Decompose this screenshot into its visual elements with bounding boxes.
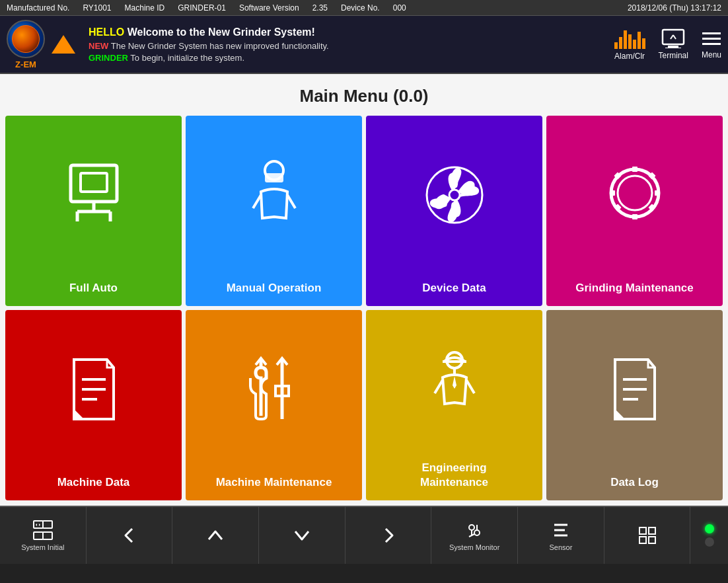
status-dots — [690, 507, 728, 564]
back-button[interactable] — [87, 507, 173, 564]
header-msg3: GRINDER To begin, initialize the system. — [89, 53, 608, 63]
svg-rect-1 — [668, 46, 678, 48]
svg-point-45 — [474, 530, 480, 535]
device-label: Device No. — [341, 3, 380, 13]
svg-rect-0 — [663, 30, 684, 44]
svg-rect-51 — [639, 527, 646, 534]
new-tag: NEW — [89, 41, 108, 51]
svg-rect-41 — [43, 521, 52, 528]
header-msg1: HELLO Welcome to the New Grinder System! — [89, 26, 608, 38]
tile-manual-operation[interactable]: Manual Operation — [186, 116, 362, 306]
alarm-button[interactable]: Alam/Clr — [614, 28, 645, 61]
up-button[interactable] — [172, 507, 259, 564]
forward-icon — [378, 525, 399, 546]
svg-rect-42 — [34, 532, 43, 539]
layout-button[interactable] — [604, 507, 691, 564]
system-monitor-icon — [464, 520, 485, 541]
header-messages: HELLO Welcome to the New Grinder System!… — [82, 26, 608, 63]
svg-line-34 — [435, 380, 443, 393]
data-log-icon — [546, 310, 723, 475]
sensor-label: Sensor — [549, 543, 572, 551]
tile-grinding-maintenance[interactable]: Grinding Maintenance — [546, 116, 723, 306]
system-monitor-label: System Monitor — [449, 543, 499, 551]
machine-id-value: GRINDER-01 — [178, 3, 226, 13]
svg-rect-22 — [655, 190, 660, 196]
tile-machine-maintenance[interactable]: Machine Maintenance — [186, 310, 362, 500]
back-icon — [119, 525, 140, 546]
up-icon — [205, 525, 226, 546]
hello-tag: HELLO — [89, 26, 124, 38]
sensor-button[interactable]: Sensor — [518, 507, 604, 564]
svg-rect-20 — [632, 214, 637, 219]
software-label: Software Version — [239, 3, 299, 13]
tile-grinding-label: Grinding Maintenance — [575, 281, 694, 295]
system-initial-icon — [32, 520, 54, 541]
sensor-icon — [550, 520, 571, 541]
down-icon — [291, 525, 312, 546]
system-monitor-button[interactable]: System Monitor — [431, 507, 518, 564]
svg-rect-21 — [610, 190, 615, 196]
logo-wrap: Z-EM — [7, 20, 45, 69]
tile-engineering-label: Engineering Maintenance — [420, 461, 488, 490]
device-value: 000 — [393, 3, 406, 13]
layout-icon — [637, 525, 658, 546]
logo — [7, 20, 45, 58]
svg-rect-6 — [81, 173, 107, 192]
logo-label: Z-EM — [15, 59, 36, 69]
manufactured-value: RY1001 — [83, 3, 111, 13]
svg-rect-53 — [639, 537, 646, 543]
tile-machine-maint-label: Machine Maintenance — [216, 475, 332, 490]
terminal-button[interactable]: Terminal — [659, 28, 688, 60]
svg-rect-2 — [665, 48, 681, 48]
system-initial-button[interactable]: System Initial — [0, 507, 87, 564]
svg-point-44 — [469, 525, 474, 530]
terminal-label: Terminal — [659, 51, 688, 60]
tile-data-log-label: Data Log — [610, 475, 659, 490]
terminal-icon — [661, 28, 685, 48]
up-arrow-icon — [52, 35, 75, 54]
logo-inner — [12, 25, 40, 53]
status-bar: Manufactured No. RY1001 Machine ID GRIND… — [0, 0, 728, 16]
toolbar: System Initial System Monitor — [0, 506, 728, 564]
engineering-icon — [366, 310, 542, 461]
machine-data-icon — [5, 310, 182, 475]
page-title: Main Menu (0.0) — [0, 74, 728, 116]
svg-line-14 — [287, 195, 295, 208]
tile-manual-label: Manual Operation — [227, 281, 322, 295]
tile-device-data[interactable]: Device Data — [366, 116, 542, 306]
svg-rect-5 — [71, 165, 117, 202]
software-value: 2.35 — [312, 3, 328, 13]
msg3-rest: To begin, initialize the system. — [128, 53, 244, 63]
svg-rect-40 — [34, 521, 43, 528]
svg-rect-54 — [649, 537, 655, 543]
system-initial-label: System Initial — [21, 543, 64, 551]
menu-button[interactable]: Menu — [702, 30, 721, 59]
datetime: 2018/12/06 (Thu) 13:17:12 — [628, 3, 721, 13]
tile-device-label: Device Data — [422, 281, 486, 295]
svg-line-4 — [673, 35, 676, 39]
alarm-icon — [614, 28, 645, 49]
svg-line-13 — [253, 195, 261, 208]
tile-machine-data[interactable]: Machine Data — [5, 310, 182, 500]
svg-rect-19 — [632, 167, 637, 172]
msg2-rest: The New Grinder System has new improved … — [108, 41, 328, 51]
tile-full-auto[interactable]: Full Auto — [5, 116, 182, 306]
svg-rect-52 — [649, 527, 655, 534]
msg1-rest: Welcome to the New Grinder System! — [124, 26, 315, 38]
status-indicators — [705, 524, 714, 547]
status-dot-green — [705, 524, 714, 533]
grinding-icon — [546, 116, 723, 281]
down-button[interactable] — [259, 507, 346, 564]
forward-button[interactable] — [346, 507, 432, 564]
tile-engineering-maintenance[interactable]: Engineering Maintenance — [366, 310, 542, 500]
full-auto-icon — [5, 116, 182, 281]
header-right: Alam/Clr Terminal Menu — [614, 28, 721, 61]
manufactured-label: Manufactured No. — [7, 3, 69, 13]
tile-full-auto-label: Full Auto — [69, 281, 118, 295]
status-dot-dark — [705, 537, 714, 547]
header: Z-EM HELLO Welcome to the New Grinder Sy… — [0, 16, 728, 74]
machine-id-label: Machine ID — [125, 3, 165, 13]
menu-icon — [702, 30, 721, 48]
tile-data-log[interactable]: Data Log — [546, 310, 723, 500]
tile-machine-data-label: Machine Data — [57, 475, 130, 490]
